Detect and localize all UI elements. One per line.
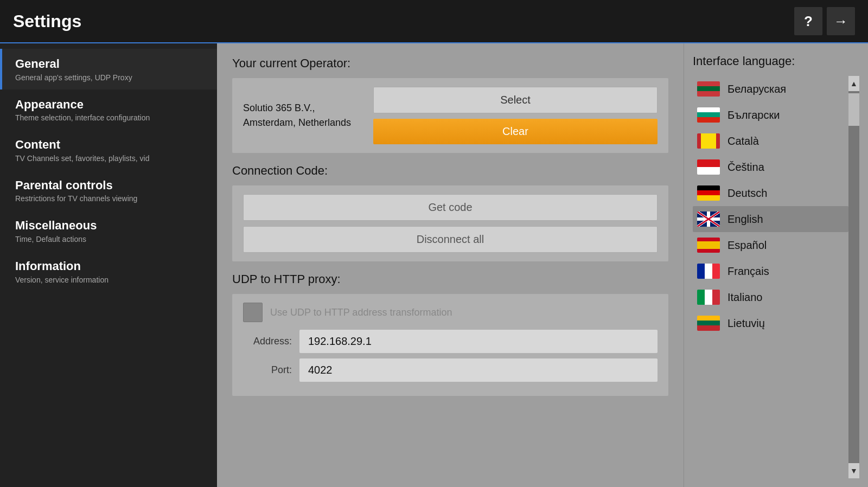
sidebar-item-appearance-subtitle: Theme selection, interface configuration — [15, 113, 204, 122]
operator-info-box: Solutio 365 B.V., Amsterdam, Netherlands… — [232, 78, 668, 153]
language-name-bg: Български — [727, 109, 780, 121]
flag-bg — [697, 107, 720, 123]
udp-checkbox-label: Use UDP to HTTP address transformation — [270, 307, 452, 318]
sidebar-item-information-title: Information — [15, 259, 204, 274]
page-title: Settings — [13, 11, 794, 31]
share-button[interactable]: → — [827, 7, 855, 35]
sidebar-item-appearance[interactable]: Appearance Theme selection, interface co… — [0, 89, 217, 130]
language-item-lt[interactable]: Lietuvių — [693, 310, 848, 336]
language-item-bg[interactable]: Български — [693, 102, 848, 128]
connection-buttons-box: Get code Disconnect all — [232, 185, 668, 261]
header-actions: ? → — [794, 7, 855, 35]
port-input[interactable] — [299, 358, 658, 382]
language-item-gb[interactable]: English — [693, 206, 848, 232]
flag-fr — [697, 264, 720, 279]
language-name-it: Italiano — [727, 291, 763, 304]
language-item-by[interactable]: Беларуская — [693, 76, 848, 102]
sidebar: General General app's settings, UDP Prox… — [0, 43, 217, 487]
udp-section: UDP to HTTP proxy: Use UDP to HTTP addre… — [232, 272, 668, 396]
sidebar-item-content[interactable]: Content TV Channels set, favorites, play… — [0, 130, 217, 170]
language-name-cz: Čeština — [727, 161, 764, 174]
sidebar-item-general[interactable]: General General app's settings, UDP Prox… — [0, 49, 217, 89]
sidebar-item-miscellaneous-subtitle: Time, Default actions — [15, 235, 204, 244]
language-item-de[interactable]: Deutsch — [693, 180, 848, 206]
flag-by — [697, 81, 720, 97]
flag-it-green — [697, 290, 705, 305]
scroll-up-button[interactable]: ▲ — [848, 76, 859, 91]
sidebar-item-general-title: General — [15, 56, 204, 72]
language-item-cz[interactable]: Čeština — [693, 154, 848, 180]
sidebar-item-information[interactable]: Information Version, service information — [0, 251, 217, 292]
flag-de — [697, 185, 720, 201]
flag-ca — [697, 133, 720, 149]
flag-es — [697, 238, 720, 253]
flag-it — [697, 290, 720, 305]
sidebar-item-parental-subtitle: Restrictions for TV channels viewing — [15, 194, 204, 203]
disconnect-all-button[interactable]: Disconnect all — [243, 226, 658, 253]
udp-checkbox[interactable] — [243, 303, 263, 322]
sidebar-item-appearance-title: Appearance — [15, 97, 204, 113]
port-label: Port: — [243, 364, 292, 376]
select-operator-button[interactable]: Select — [373, 87, 658, 113]
language-item-it[interactable]: Italiano — [693, 284, 848, 310]
help-button[interactable]: ? — [794, 7, 822, 35]
udp-checkbox-row: Use UDP to HTTP address transformation — [243, 303, 658, 322]
language-name-de: Deutsch — [727, 187, 767, 200]
flag-fr-blue — [697, 264, 705, 279]
connection-code-section: Connection Code: Get code Disconnect all — [232, 164, 668, 261]
language-name-gb: English — [727, 213, 763, 226]
get-code-button[interactable]: Get code — [243, 194, 658, 221]
operator-name: Solutio 365 B.V., — [243, 101, 362, 116]
address-row: Address: — [243, 330, 658, 353]
udp-title: UDP to HTTP proxy: — [232, 272, 668, 286]
sidebar-item-parental-title: Parental controls — [15, 178, 204, 194]
flag-it-red — [712, 290, 720, 305]
operator-info: Solutio 365 B.V., Amsterdam, Netherlands — [243, 101, 362, 130]
address-input[interactable] — [299, 330, 658, 353]
sidebar-item-miscellaneous[interactable]: Miscellaneous Time, Default actions — [0, 210, 217, 251]
operator-location: Amsterdam, Netherlands — [243, 116, 362, 130]
operator-section: Your current Operator: Solutio 365 B.V.,… — [232, 56, 668, 153]
language-item-fr[interactable]: Français — [693, 258, 848, 284]
sidebar-arrow — [217, 255, 227, 275]
sidebar-item-miscellaneous-title: Miscellaneous — [15, 218, 204, 234]
operator-buttons: Select Clear — [373, 87, 658, 144]
flag-gb — [697, 212, 720, 227]
port-row: Port: — [243, 358, 658, 382]
language-item-es[interactable]: Español — [693, 232, 848, 258]
language-list-container: Беларуская Български Català Čeština — [693, 76, 859, 478]
scroll-thumb[interactable] — [848, 93, 859, 126]
sidebar-item-parental[interactable]: Parental controls Restrictions for TV ch… — [0, 170, 217, 211]
sidebar-item-content-subtitle: TV Channels set, favorites, playlists, v… — [15, 154, 204, 163]
language-name-ca: Català — [727, 135, 759, 148]
header: Settings ? → — [0, 0, 868, 43]
language-scrollbar[interactable]: ▲ ▼ — [848, 76, 859, 478]
language-panel: Interface language: Беларуская Български… — [684, 43, 868, 487]
clear-operator-button[interactable]: Clear — [373, 119, 658, 144]
scroll-track — [848, 91, 859, 463]
language-name-es: Español — [727, 239, 767, 252]
sidebar-item-content-title: Content — [15, 137, 204, 153]
main-content: Your current Operator: Solutio 365 B.V.,… — [217, 43, 684, 487]
flag-fr-red — [712, 264, 720, 279]
scroll-down-button[interactable]: ▼ — [848, 463, 859, 478]
flag-it-white — [705, 290, 712, 305]
flag-fr-white — [705, 264, 712, 279]
sidebar-item-information-subtitle: Version, service information — [15, 275, 204, 284]
flag-cz — [697, 159, 720, 175]
main-layout: General General app's settings, UDP Prox… — [0, 43, 868, 487]
flag-lt — [697, 316, 720, 331]
content-area: Your current Operator: Solutio 365 B.V.,… — [217, 43, 868, 487]
language-name-fr: Français — [727, 265, 769, 278]
language-list: Беларуская Български Català Čeština — [693, 76, 848, 478]
language-panel-title: Interface language: — [693, 54, 859, 68]
operator-section-title: Your current Operator: — [232, 56, 668, 71]
language-item-ca[interactable]: Català — [693, 128, 848, 154]
connection-code-title: Connection Code: — [232, 164, 668, 178]
language-name-by: Беларуская — [727, 83, 786, 95]
sidebar-item-general-subtitle: General app's settings, UDP Proxy — [15, 73, 204, 82]
address-label: Address: — [243, 336, 292, 347]
udp-content-box: Use UDP to HTTP address transformation A… — [232, 294, 668, 396]
language-name-lt: Lietuvių — [727, 317, 765, 330]
